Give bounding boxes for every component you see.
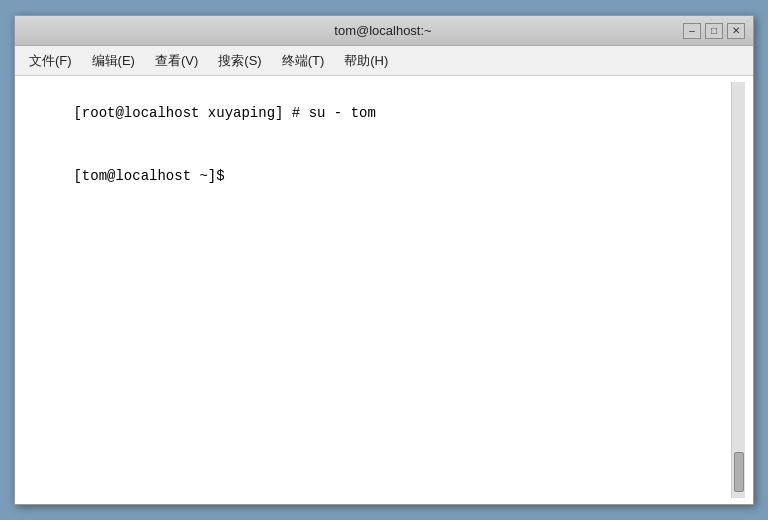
minimize-button[interactable]: – (683, 23, 701, 39)
title-bar: tom@localhost:~ – □ ✕ (15, 16, 753, 46)
maximize-button[interactable]: □ (705, 23, 723, 39)
menu-item-edit[interactable]: 编辑(E) (82, 48, 145, 74)
menu-item-view[interactable]: 查看(V) (145, 48, 208, 74)
scrollbar-thumb[interactable] (734, 452, 744, 492)
menu-bar: 文件(F) 编辑(E) 查看(V) 搜索(S) 终端(T) 帮助(H) (15, 46, 753, 76)
scrollbar[interactable] (731, 82, 745, 498)
close-button[interactable]: ✕ (727, 23, 745, 39)
menu-item-terminal[interactable]: 终端(T) (272, 48, 335, 74)
terminal-window: tom@localhost:~ – □ ✕ 文件(F) 编辑(E) 查看(V) … (14, 15, 754, 505)
menu-item-help[interactable]: 帮助(H) (334, 48, 398, 74)
menu-item-file[interactable]: 文件(F) (19, 48, 82, 74)
terminal-line-2: [tom@localhost ~]$ (73, 168, 224, 184)
window-title: tom@localhost:~ (83, 23, 683, 38)
terminal-line-1: [root@localhost xuyaping] # su - tom (73, 105, 375, 121)
terminal-area[interactable]: [root@localhost xuyaping] # su - tom [to… (15, 76, 753, 504)
window-controls: – □ ✕ (683, 23, 745, 39)
terminal-output: [root@localhost xuyaping] # su - tom [to… (23, 82, 731, 498)
menu-item-search[interactable]: 搜索(S) (208, 48, 271, 74)
